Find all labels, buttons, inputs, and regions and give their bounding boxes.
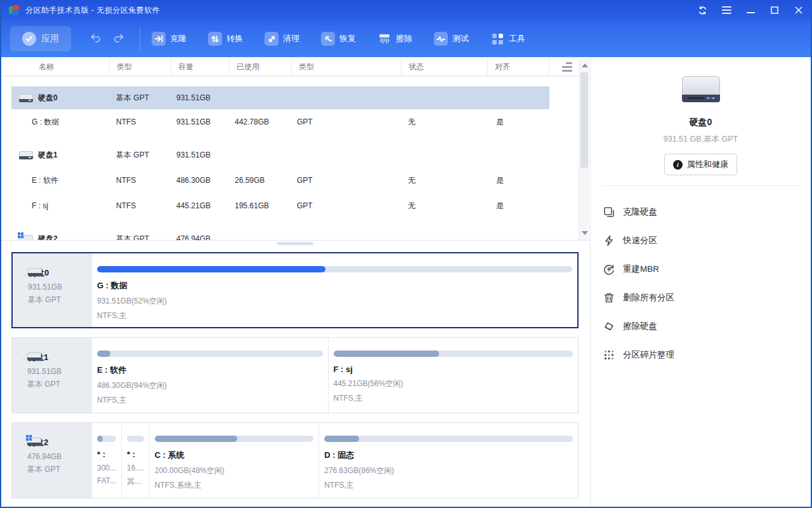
partition-info: 200.00GB(48%空闲) bbox=[155, 465, 313, 476]
table-row[interactable]: E : 软件 NTFS 486.30GB 26.59GB GPT 无 是 bbox=[1, 168, 579, 193]
table-row[interactable]: 硬盘0 基本 GPT 931.51GB bbox=[1, 86, 579, 109]
partition-label: E : 软件 bbox=[97, 364, 323, 376]
window-title: 分区助手技术员版 - 无损分区免费软件 bbox=[25, 5, 160, 16]
table-row[interactable]: F : sj NTFS 445.21GB 195.61GB GPT 无 是 bbox=[1, 193, 579, 218]
cell-capacity: 931.51GB bbox=[171, 93, 229, 102]
partition-block-C[interactable]: C : 系统 200.00GB(48%空闲) NTFS,系统,主 bbox=[150, 423, 319, 498]
partition-label: G : 数据 bbox=[97, 280, 572, 291]
clone-disk-icon bbox=[603, 206, 615, 218]
test-button[interactable]: 测试 bbox=[434, 32, 469, 46]
clean-label: 清理 bbox=[283, 33, 299, 44]
recover-button[interactable]: 恢复 bbox=[321, 32, 356, 46]
col-header-name[interactable]: 名称 bbox=[1, 58, 109, 76]
sidebar-item-clone-disk[interactable]: 克隆硬盘 bbox=[603, 197, 811, 226]
rebuild-mbr-icon bbox=[603, 264, 615, 275]
cell-aligned: 是 bbox=[487, 201, 549, 211]
partition-label: F : sj bbox=[334, 364, 573, 374]
redo-icon[interactable] bbox=[112, 31, 127, 46]
partition-fs: 其... bbox=[127, 476, 144, 487]
disk-info-block[interactable]: 硬盘2 476.94GB 基本 GPT bbox=[12, 423, 92, 498]
partition-info: 16.... bbox=[127, 464, 144, 472]
toolbar: 应用 克隆 转换 bbox=[1, 20, 811, 57]
maximize-icon[interactable] bbox=[763, 0, 787, 20]
partition-label: * : bbox=[97, 450, 116, 459]
col-header-status[interactable]: 状态 bbox=[401, 58, 487, 76]
minimize-icon[interactable] bbox=[738, 0, 763, 20]
cell-type: NTFS bbox=[109, 176, 171, 185]
convert-icon bbox=[208, 32, 222, 46]
partition-fs: NTFS,主 bbox=[334, 393, 573, 404]
col-header-used[interactable]: 已使用 bbox=[229, 58, 291, 76]
scroll-up-icon[interactable] bbox=[582, 64, 588, 67]
cell-capacity: 445.21GB bbox=[171, 201, 229, 210]
sidebar-item-label: 重建MBR bbox=[623, 264, 659, 275]
sidebar-item-defrag[interactable]: 分区碎片整理 bbox=[603, 340, 811, 369]
panel-disk-size: 476.94GB bbox=[27, 452, 92, 461]
clean-button[interactable]: 清理 bbox=[265, 32, 299, 46]
partition-block-D[interactable]: D : 固态 276.63GB(86%空闲) NTFS,主 bbox=[319, 423, 578, 498]
sidebar-item-label: 快速分区 bbox=[623, 235, 657, 246]
table-row[interactable]: 硬盘2 基本 GPT 476.94GB bbox=[1, 226, 579, 240]
table-row[interactable]: G : 数据 NTFS 931.51GB 442.78GB GPT 无 是 bbox=[1, 109, 579, 135]
tools-button[interactable]: 工具 bbox=[490, 32, 525, 46]
disk-panel-0[interactable]: 硬盘0 931.51GB 基本 GPT G : 数据 931.51GB(52%空… bbox=[11, 252, 579, 328]
col-header-type[interactable]: 类型 bbox=[109, 58, 171, 76]
disk-info-block[interactable]: 硬盘0 931.51GB 基本 GPT bbox=[13, 253, 92, 327]
partition-block-F[interactable]: F : sj 445.21GB(56%空闲) NTFS,主 bbox=[329, 338, 579, 413]
scroll-thumb[interactable] bbox=[580, 72, 588, 168]
title-bar: 分区助手技术员版 - 无损分区免费软件 bbox=[1, 0, 811, 20]
erase-icon bbox=[377, 32, 391, 46]
usage-bar bbox=[97, 351, 323, 357]
detail-sidebar: 硬盘0 931.51 GB,基本 GPT i 属性和健康 克隆硬盘 快速分区 bbox=[590, 57, 811, 507]
partition-block-G[interactable]: G : 数据 931.51GB(52%空闲) NTFS,主 bbox=[92, 253, 577, 327]
tools-icon bbox=[490, 32, 504, 46]
wipe-disk-icon bbox=[603, 321, 615, 332]
undo-icon[interactable] bbox=[88, 31, 103, 46]
splitter-handle[interactable] bbox=[277, 242, 313, 245]
sidebar-item-rebuild-mbr[interactable]: 重建MBR bbox=[603, 255, 811, 283]
panel-disk-size: 931.51GB bbox=[28, 283, 92, 291]
sidebar-item-wipe-disk[interactable]: 擦除硬盘 bbox=[603, 312, 811, 340]
clone-button[interactable]: 克隆 bbox=[152, 32, 187, 46]
erase-button[interactable]: 擦除 bbox=[377, 32, 412, 46]
table-row[interactable]: 硬盘1 基本 GPT 931.51GB bbox=[1, 142, 579, 168]
disk-panel-1[interactable]: 硬盘1 931.51GB 基本 GPT E : 软件 486.30GB(94%空… bbox=[11, 337, 579, 413]
convert-button[interactable]: 转换 bbox=[208, 32, 243, 46]
panel-disk-type: 基本 GPT bbox=[27, 464, 92, 475]
disk-info-block[interactable]: 硬盘1 931.51GB 基本 GPT bbox=[12, 338, 92, 413]
cell-type: 基本 GPT bbox=[109, 234, 171, 241]
menu-icon[interactable] bbox=[714, 0, 738, 20]
close-icon[interactable] bbox=[787, 0, 811, 20]
partition-label: * : bbox=[127, 450, 144, 459]
disk-panel-2[interactable]: 硬盘2 476.94GB 基本 GPT * : 300... FAT... bbox=[11, 422, 579, 498]
scroll-down-icon[interactable] bbox=[582, 231, 588, 235]
cell-used: 442.78GB bbox=[229, 117, 291, 126]
partition-name: F : sj bbox=[32, 201, 48, 210]
table-scrollbar[interactable] bbox=[579, 58, 589, 240]
partition-fs: NTFS,主 bbox=[97, 395, 323, 406]
table-header: 名称 类型 容量 已使用 类型 状态 对齐 bbox=[1, 58, 579, 76]
hdd-windows-icon bbox=[19, 234, 33, 241]
hdd-icon bbox=[19, 150, 33, 160]
sidebar-item-quick-partition[interactable]: 快速分区 bbox=[603, 226, 811, 255]
cell-scheme: GPT bbox=[291, 117, 401, 126]
refresh-icon[interactable] bbox=[690, 0, 714, 20]
properties-health-button[interactable]: i 属性和健康 bbox=[664, 154, 737, 175]
apply-button[interactable]: 应用 bbox=[10, 26, 71, 51]
col-header-aligned[interactable]: 对齐 bbox=[487, 58, 549, 76]
info-icon: i bbox=[673, 160, 683, 170]
sidebar-divider bbox=[602, 185, 799, 186]
properties-label: 属性和健康 bbox=[687, 159, 728, 170]
col-header-capacity[interactable]: 容量 bbox=[171, 58, 229, 76]
partition-block-reserved-2[interactable]: * : 16.... 其... bbox=[122, 423, 150, 498]
column-options-icon[interactable] bbox=[562, 62, 572, 72]
splitter-divider bbox=[1, 240, 590, 241]
quick-partition-icon bbox=[603, 235, 615, 246]
partition-block-reserved-1[interactable]: * : 300... FAT... bbox=[92, 423, 122, 498]
col-header-scheme[interactable]: 类型 bbox=[291, 58, 401, 76]
selected-disk-icon bbox=[680, 75, 722, 105]
sidebar-disk-name: 硬盘0 bbox=[591, 117, 811, 128]
partition-block-E[interactable]: E : 软件 486.30GB(94%空闲) NTFS,主 bbox=[92, 338, 329, 413]
sidebar-item-delete-all-partitions[interactable]: 删除所有分区 bbox=[603, 283, 811, 312]
convert-label: 转换 bbox=[226, 33, 243, 44]
